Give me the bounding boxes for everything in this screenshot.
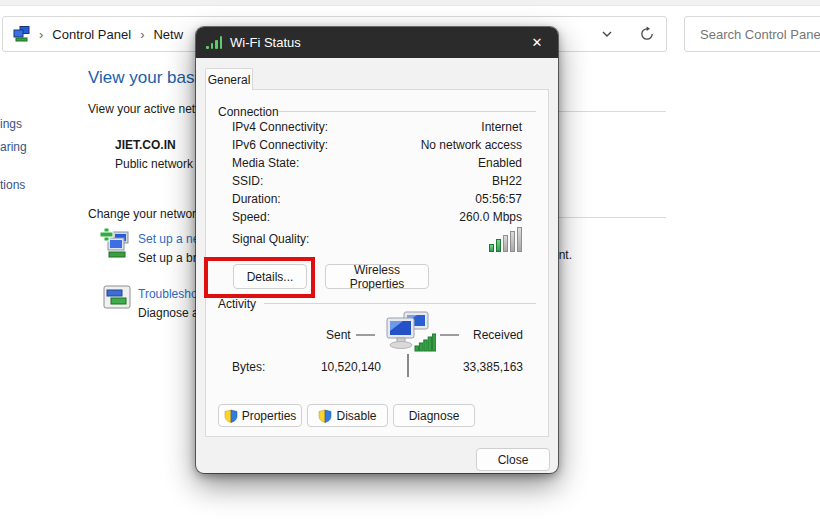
section-heading: Change your networ — [88, 207, 196, 221]
ipv6-label: IPv6 Connectivity: — [232, 138, 328, 152]
troubleshoot-desc: Diagnose a — [138, 306, 199, 320]
received-label: Received — [473, 328, 523, 342]
search-box — [684, 16, 820, 52]
breadcrumb-network[interactable]: Netw — [153, 27, 183, 42]
group-divider — [278, 111, 536, 112]
bytes-divider — [407, 354, 409, 377]
text-fragment: int. — [556, 248, 572, 262]
dialog-titlebar[interactable]: Wi-Fi Status ✕ — [196, 27, 558, 58]
dash-line — [440, 334, 459, 336]
duration-value: 05:56:57 — [475, 192, 522, 206]
wifi-signal-icon — [206, 36, 222, 49]
sent-label: Sent — [326, 328, 351, 342]
setup-connection-desc: Set up a br — [138, 251, 197, 265]
signal-quality-bars-icon — [489, 227, 522, 252]
uac-shield-icon — [224, 409, 238, 423]
dash-line — [356, 334, 375, 336]
network-name: JIET.CO.IN — [115, 138, 176, 152]
ssid-label: SSID: — [232, 174, 263, 188]
ipv4-value: Internet — [481, 120, 522, 134]
section-divider — [558, 217, 666, 218]
breadcrumb-control-panel[interactable]: Control Panel — [52, 27, 131, 42]
sidebar-item-settings[interactable]: ings — [0, 117, 22, 131]
close-icon[interactable]: ✕ — [524, 32, 550, 53]
page-title: View your basic — [88, 68, 207, 88]
breadcrumb-separator: › — [39, 27, 43, 42]
speed-label: Speed: — [232, 210, 270, 224]
sidebar-item-sharing[interactable]: aring — [0, 140, 27, 154]
uac-shield-icon — [318, 409, 332, 423]
wifi-status-dialog: Wi-Fi Status ✕ General Connection IPv4 C… — [196, 27, 558, 473]
refresh-icon — [639, 26, 655, 42]
tab-general[interactable]: General — [205, 68, 253, 90]
dialog-title: Wi-Fi Status — [230, 35, 301, 50]
media-state-label: Media State: — [232, 156, 299, 170]
wireless-properties-button[interactable]: Wireless Properties — [325, 264, 429, 289]
received-bytes-value: 33,385,163 — [433, 360, 523, 374]
sidebar-item-options[interactable]: tions — [0, 178, 25, 192]
activity-group-label: Activity — [218, 297, 256, 311]
bytes-label: Bytes: — [232, 360, 265, 374]
speed-value: 260.0 Mbps — [459, 210, 522, 224]
network-type: Public network — [115, 157, 193, 171]
troubleshoot-link[interactable]: Troublesho — [138, 287, 198, 301]
control-panel-search-input[interactable] — [685, 17, 820, 51]
media-state-value: Enabled — [478, 156, 522, 170]
address-dropdown-button[interactable] — [595, 17, 619, 51]
ipv6-value: No network access — [421, 138, 522, 152]
setup-connection-link[interactable]: Set up a ne — [138, 232, 199, 246]
ssid-value: BH22 — [492, 174, 522, 188]
active-networks-label: View your active netw — [88, 102, 204, 116]
section-divider — [558, 111, 666, 112]
window-top-strip — [0, 0, 820, 6]
group-divider — [264, 303, 536, 304]
ipv4-label: IPv4 Connectivity: — [232, 120, 328, 134]
sent-bytes-value: 10,520,140 — [296, 360, 381, 374]
setup-network-icon — [100, 228, 132, 260]
disable-button[interactable]: Disable — [307, 404, 388, 427]
computers-transfer-icon — [382, 310, 436, 358]
troubleshoot-icon — [103, 285, 131, 311]
breadcrumb-separator: › — [140, 27, 144, 42]
duration-label: Duration: — [232, 192, 281, 206]
network-computers-icon — [13, 26, 30, 42]
refresh-button[interactable] — [635, 17, 659, 51]
diagnose-button[interactable]: Diagnose — [393, 404, 475, 427]
details-button[interactable]: Details... — [233, 264, 307, 289]
chevron-down-icon — [601, 30, 613, 38]
close-button[interactable]: Close — [476, 448, 550, 471]
properties-button[interactable]: Properties — [218, 404, 302, 427]
signal-quality-label: Signal Quality: — [232, 232, 309, 246]
general-tab-page: Connection IPv4 Connectivity: Internet I… — [205, 89, 549, 437]
connection-group-label: Connection — [218, 105, 279, 119]
